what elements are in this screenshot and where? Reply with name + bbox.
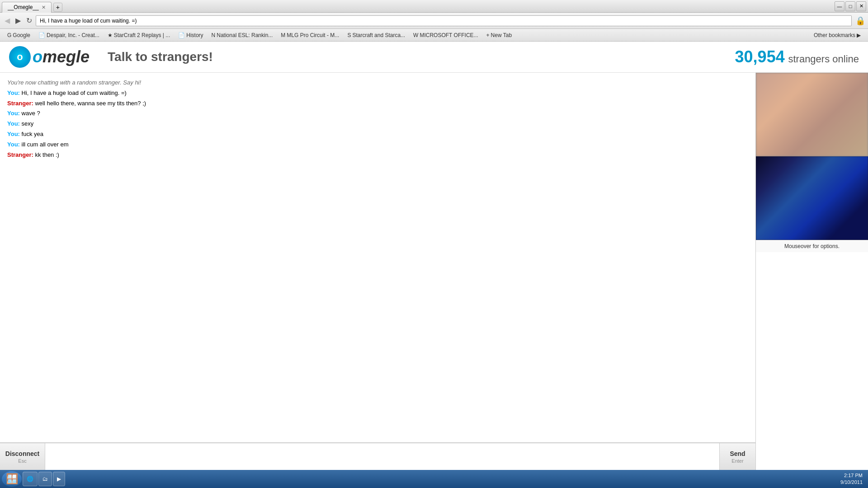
taskbar-chrome[interactable]: 🌐: [23, 472, 38, 486]
bookmark-sc2-label: StarCraft 2 Replays | ...: [114, 32, 170, 38]
other-bookmarks[interactable]: Other bookmarks ▶: [810, 31, 864, 39]
chat-message-3: You: wave ?: [7, 109, 748, 118]
clock-date: 9/10/2011: [840, 479, 863, 486]
bookmark-google-label: Google: [13, 32, 30, 38]
taskbar-media[interactable]: ▶: [53, 472, 65, 486]
system-clock: 2:17 PM 9/10/2011: [840, 472, 863, 486]
omegle-page: o omegle Talk to strangers! 30,954 stran…: [0, 42, 868, 470]
video-section: Mouseover for options.: [756, 73, 868, 470]
starcraft-icon: S: [347, 32, 351, 38]
maximize-button[interactable]: □: [845, 1, 855, 11]
strangers-count: 30,954: [735, 47, 785, 66]
logo-circle-icon: o: [9, 46, 31, 68]
bookmark-esl-label: National ESL: Rankin...: [217, 32, 273, 38]
forward-button[interactable]: ▶: [14, 15, 23, 26]
start-button[interactable]: 🪟: [2, 471, 22, 487]
explorer-icon: 🗂: [42, 476, 48, 482]
browser-window: __Omegle__ ✕ + — □ ✕ ◀ ▶ ↻ 🔒 G Google 📄 …: [0, 0, 868, 488]
mouseover-hint-text: Mouseover for options.: [784, 243, 840, 249]
browser-tab[interactable]: __Omegle__ ✕: [2, 2, 52, 13]
disconnect-shortcut: Esc: [18, 458, 26, 464]
bookmark-newtab-label: New Tab: [491, 32, 512, 38]
security-icon: 🔒: [855, 16, 865, 26]
bookmark-sc2[interactable]: ★ StarCraft 2 Replays | ...: [104, 31, 174, 39]
send-label: Send: [730, 450, 745, 457]
bookmarks-bar: G Google 📄 Despair, Inc. - Creat... ★ St…: [0, 29, 868, 42]
logo-text: omegle: [33, 47, 90, 66]
system-message-text: You're now chatting with a random strang…: [7, 79, 141, 86]
close-button[interactable]: ✕: [856, 1, 866, 11]
mlg-icon: M: [281, 32, 285, 38]
message-text-2: well hello there, wanna see my tits then…: [35, 100, 146, 107]
window-controls: — □ ✕: [835, 1, 866, 11]
omegle-header: o omegle Talk to strangers! 30,954 stran…: [0, 42, 868, 73]
send-button[interactable]: Send Enter: [719, 443, 755, 470]
sc2-icon: ★: [108, 32, 113, 38]
other-bookmarks-label: Other bookmarks: [814, 32, 855, 38]
bookmark-esl[interactable]: N National ESL: Rankin...: [208, 31, 277, 39]
bookmark-office[interactable]: W MICROSOFT OFFICE...: [410, 31, 481, 39]
video-bottom-content: [756, 156, 868, 240]
bookmark-mlg-label: MLG Pro Circuit - M...: [287, 32, 339, 38]
chat-message-5: You: fuck yea: [7, 130, 748, 139]
omegle-main: You're now chatting with a random strang…: [0, 73, 868, 470]
logo-letter: o: [17, 51, 23, 63]
stranger-label-1: Stranger:: [7, 100, 33, 107]
video-top: [756, 73, 868, 156]
you-label-1: You:: [7, 89, 20, 96]
message-text-6: ill cum all over em: [22, 141, 69, 148]
mouseover-hint: Mouseover for options.: [756, 240, 868, 252]
bookmark-despair-label: Despair, Inc. - Creat...: [47, 32, 99, 38]
despair-icon: 📄: [38, 32, 45, 38]
bookmark-starcraft[interactable]: S Starcraft and Starca...: [344, 31, 409, 39]
you-label-5: You:: [7, 141, 20, 148]
bookmark-history[interactable]: 📄 History: [175, 31, 207, 39]
tab-close-button[interactable]: ✕: [42, 5, 46, 10]
taskbar: 🪟 🌐 🗂 ▶ 2:17 PM 9/10/2011: [0, 470, 868, 488]
taskbar-tray: 2:17 PM 9/10/2011: [837, 472, 866, 486]
minimize-button[interactable]: —: [835, 1, 844, 11]
bookmark-starcraft-label: Starcraft and Starca...: [352, 32, 405, 38]
you-label-3: You:: [7, 120, 20, 127]
disconnect-label: Disconnect: [5, 450, 39, 457]
media-icon: ▶: [57, 476, 61, 482]
chat-log: You're now chatting with a random strang…: [0, 73, 755, 443]
tagline: Talk to strangers!: [108, 50, 213, 64]
browser-content: o omegle Talk to strangers! 30,954 stran…: [0, 42, 868, 470]
video-bottom: [756, 156, 868, 240]
message-text-7: kk then :): [35, 151, 59, 158]
chat-input-area: Disconnect Esc Send Enter: [0, 443, 755, 470]
chat-message-7: Stranger: kk then :): [7, 150, 748, 160]
message-text-4: sexy: [22, 120, 34, 127]
back-button[interactable]: ◀: [3, 15, 12, 26]
disconnect-button[interactable]: Disconnect Esc: [0, 443, 45, 470]
bookmark-mlg[interactable]: M MLG Pro Circuit - M...: [277, 31, 343, 39]
bookmark-google[interactable]: G Google: [4, 31, 34, 39]
navigation-bar: ◀ ▶ ↻ 🔒: [0, 13, 868, 29]
windows-icon: 🪟: [6, 473, 18, 485]
title-bar: __Omegle__ ✕ + — □ ✕: [0, 0, 868, 13]
strangers-online: 30,954 strangers online: [735, 47, 859, 66]
bookmark-history-label: History: [186, 32, 203, 38]
chevron-icon: ▶: [857, 32, 861, 38]
address-bar[interactable]: [36, 15, 852, 26]
chat-input[interactable]: [45, 443, 719, 470]
newtab-icon: +: [486, 32, 490, 38]
taskbar-explorer[interactable]: 🗂: [38, 472, 52, 486]
you-label-4: You:: [7, 131, 20, 137]
bookmark-newtab[interactable]: + New Tab: [483, 31, 516, 39]
strangers-label: strangers online: [788, 53, 859, 65]
message-text-3: wave ?: [22, 110, 40, 117]
chat-message-6: You: ill cum all over em: [7, 140, 748, 150]
history-icon: 📄: [178, 32, 185, 38]
bookmark-despair[interactable]: 📄 Despair, Inc. - Creat...: [35, 31, 103, 39]
tab-title: __Omegle__: [8, 4, 39, 10]
send-shortcut: Enter: [731, 458, 743, 464]
chrome-icon: 🌐: [27, 476, 33, 482]
new-tab-button[interactable]: +: [53, 3, 62, 12]
omegle-logo: o omegle: [9, 46, 90, 68]
video-top-content: [756, 73, 868, 156]
reload-button[interactable]: ↻: [24, 15, 34, 26]
message-text-5: fuck yea: [22, 131, 43, 137]
chat-message-1: You: Hi, I have a huge load of cum waiti…: [7, 89, 748, 98]
